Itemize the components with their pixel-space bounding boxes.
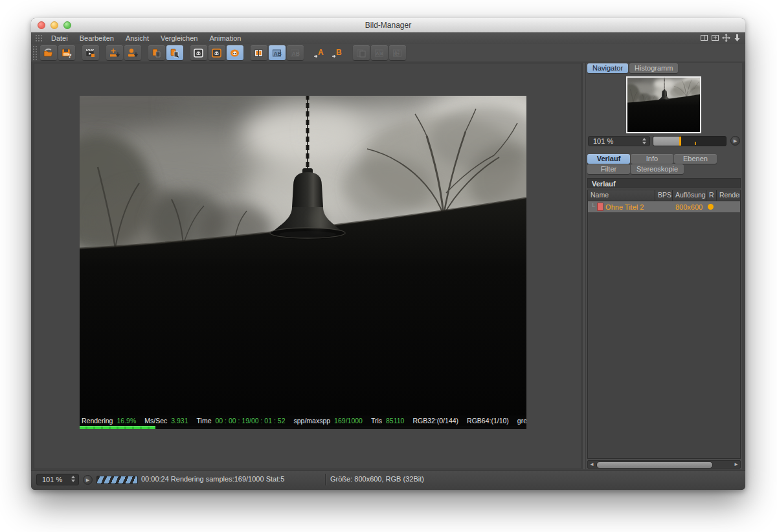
ab-compare-disabled-icon: AB [287,45,304,60]
copy-to-compare-icon[interactable] [148,45,165,60]
statusbar-zoom-stepper-icon[interactable] [71,476,76,482]
make-preview-icon[interactable] [82,45,99,60]
navigator-thumbnail[interactable] [626,76,701,133]
render-stat-spp: spp/maxspp169/1000 [293,417,362,425]
menu-datei[interactable]: Datei [45,34,74,42]
render-stat-rgb64: RGB64:(1/10) [467,417,509,425]
menu-vergleichen[interactable]: Vergleichen [155,34,204,42]
close-button[interactable] [38,21,45,29]
column-bps[interactable]: BPS [655,190,673,201]
navigator-zoom-value: 101 % [593,137,613,145]
scroll-left-icon[interactable]: ◄ [588,461,596,468]
ab-extra-disabled-icon-1 [353,45,370,60]
detach-panel-icon[interactable] [711,34,719,42]
svg-text:?: ? [68,52,72,58]
window-controls [38,21,71,29]
activity-stripes-indicator [96,476,138,484]
history-table-header: Name BPS Auflösung R Render [588,190,740,201]
tab-histogramm[interactable]: Histogramm [629,63,678,73]
statusbar-divider [326,474,326,485]
frame-white-icon[interactable] [190,45,207,60]
history-list: Name BPS Auflösung R Render └ Ohne Titel… [587,190,741,459]
figure-output-icon[interactable] [124,45,141,60]
zoom-slider-handle[interactable] [679,137,681,146]
statusbar-zoom-field[interactable]: 101 % [36,474,79,485]
frame-orange-icon[interactable] [208,45,225,60]
scroll-right-icon[interactable]: ► [732,461,740,468]
tab-filter[interactable]: Filter [587,164,630,174]
render-stat-time: Time00 : 00 : 19/00 : 01 : 52 [197,417,286,425]
svg-text:B: B [336,48,342,57]
zoom-options-button[interactable]: ▶ [730,136,740,146]
dock-down-icon[interactable] [733,34,741,42]
ab-extra-disabled-icon-2: AB [371,45,388,60]
panel-corner-icons [700,34,741,42]
navigator-zoom-field[interactable]: 101 % [588,136,650,146]
column-name[interactable]: Name [588,190,655,201]
frame-stereo-icon[interactable] [227,45,243,60]
tab-verlauf[interactable]: Verlauf [587,154,630,164]
render-stat-grey8: grey8:(0 [517,417,526,425]
toolbar-grip-icon[interactable] [32,45,38,60]
history-row[interactable]: └ Ohne Titel 2 800x600 [588,201,740,212]
panel-separator [586,151,742,152]
tab-navigator[interactable]: Navigator [587,63,628,73]
svg-text:A: A [318,48,324,57]
svg-text:AB: AB [292,50,300,56]
statusbar-info-text: Größe: 800x600, RGB (32Bit) [330,475,424,483]
history-row-resolution: 800x600 [673,203,706,211]
save-icon[interactable]: ? [58,45,75,60]
compare-active-icon[interactable] [166,45,183,60]
statusbar-options-button[interactable]: ▶ [83,475,93,485]
render-stat-mssec: Ms/Sec3.931 [144,417,188,425]
statusbar-progress-text: 00:00:24 Rendering samples:169/1000 Stat… [141,475,284,483]
column-render[interactable]: Render [717,190,740,201]
rendered-image[interactable]: Rendering16.9% Ms/Sec3.931 Time00 : 00 :… [80,96,526,429]
set-a-icon[interactable]: A [311,45,328,60]
render-stat-tris: Tris85110 [371,417,405,425]
menu-grip-icon[interactable] [35,34,43,42]
ab-compare-active-icon[interactable]: AB [269,45,286,60]
history-row-name: Ohne Titel 2 [605,203,644,211]
titlebar[interactable]: Bild-Manager [31,18,745,33]
window-title: Bild-Manager [31,18,745,32]
svg-text:AB: AB [274,50,282,56]
render-stat-rendering: Rendering16.9% [82,417,136,425]
set-b-icon[interactable]: B [329,45,346,60]
minimize-button[interactable] [51,21,58,29]
main-area: Rendering16.9% Ms/Sec3.931 Time00 : 00 :… [31,61,745,471]
move-output-icon[interactable] [106,45,123,60]
right-panel: Navigator Histogramm 101 % ▶ [586,63,742,469]
navigator-zoom-slider[interactable] [653,136,726,146]
zoom-button[interactable] [63,21,71,29]
picture-viewer-window: Bild-Manager Datei Bearbeiten Ansicht Ve… [31,18,745,490]
column-aufloesung[interactable]: Auflösung [673,190,706,201]
menu-animation[interactable]: Animation [203,34,247,42]
render-progress-bar [80,426,155,429]
tab-stereoskopie[interactable]: Stereoskopie [631,164,684,174]
render-statistics-bar: Rendering16.9% Ms/Sec3.931 Time00 : 00 :… [80,416,526,426]
zoom-stepper-icon[interactable] [642,138,647,144]
open-icon[interactable] [40,45,57,60]
image-canvas[interactable]: Rendering16.9% Ms/Sec3.931 Time00 : 00 :… [34,63,581,469]
move-panel-icon[interactable] [722,34,730,42]
history-section-title: Verlauf [587,178,741,188]
menu-ansicht[interactable]: Ansicht [120,34,155,42]
panel-horizontal-scrollbar[interactable]: ◄ ► [587,460,741,469]
zoom-slider-fill [653,137,679,146]
tab-ebenen[interactable]: Ebenen [674,154,717,164]
column-r[interactable]: R [706,190,717,201]
render-clip-icon [597,203,603,211]
rendering-status-dot [708,204,714,210]
ab-extra-disabled-icon-3: A2B2 [389,45,406,60]
dual-pane-icon[interactable] [700,34,708,42]
navigator-zoom-row: 101 % ▶ [588,135,740,147]
menu-bearbeiten[interactable]: Bearbeiten [74,34,120,42]
statusbar-zoom-value: 101 % [42,476,62,483]
tab-info[interactable]: Info [631,154,673,164]
ab-split-icon[interactable] [251,45,267,60]
panel-tabs: Verlauf Info Ebenen Filter Stereoskopie [587,154,741,175]
scrollbar-thumb[interactable] [596,461,713,469]
menubar: Datei Bearbeiten Ansicht Vergleichen Ani… [31,32,745,44]
render-stat-rgb32: RGB32:(0/144) [412,417,458,425]
